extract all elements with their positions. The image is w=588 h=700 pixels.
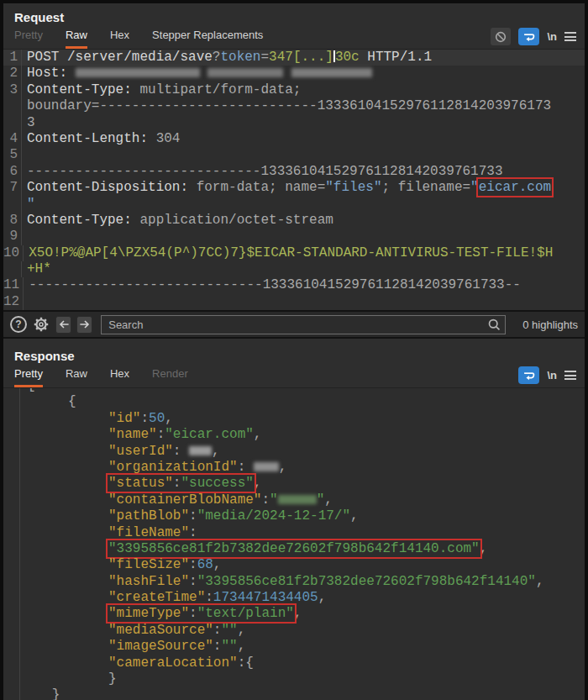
tab-raw[interactable]: Raw bbox=[66, 25, 87, 49]
code-text: "containerBlobName":"", bbox=[20, 492, 333, 508]
code-text: "name":"eicar.com", bbox=[20, 427, 261, 443]
highlight-box: eicar.com bbox=[479, 180, 551, 195]
code-line: "organizationId": , bbox=[3, 460, 585, 476]
code-text: "id":50, bbox=[20, 411, 173, 427]
line-number bbox=[3, 411, 20, 427]
request-panel-title: Request bbox=[3, 3, 585, 27]
help-icon[interactable]: ? bbox=[10, 316, 27, 333]
code-line: "fileName": bbox=[3, 525, 585, 541]
code-line: "cameraLocation":{ bbox=[3, 655, 585, 671]
search-field-wrap bbox=[101, 315, 506, 334]
code-text: POST /server/media/save?token=347[...]30… bbox=[22, 50, 432, 66]
search-settings-gear-icon[interactable] bbox=[32, 315, 50, 334]
line-number: 7 bbox=[3, 180, 22, 196]
line-number: 10 bbox=[3, 245, 24, 261]
response-editor[interactable]: [ { "id":50, "name":"eicar.com", "userId… bbox=[3, 388, 585, 700]
newline-toggle-icon[interactable]: \n bbox=[547, 30, 557, 43]
search-input[interactable] bbox=[101, 315, 506, 334]
tab-hex[interactable]: Hex bbox=[110, 364, 129, 387]
code-text: [ bbox=[20, 388, 36, 394]
line-number bbox=[3, 606, 20, 622]
line-number bbox=[3, 590, 20, 606]
message-editor-window: Request PrettyRawHexStepper Replacements bbox=[0, 0, 588, 700]
editor-menu-icon[interactable] bbox=[564, 371, 576, 380]
code-line: "createTime":1734471434405, bbox=[3, 590, 585, 606]
code-line: boundary=---------------------------1333… bbox=[3, 98, 585, 114]
code-text: -----------------------------13336104152… bbox=[24, 277, 521, 293]
line-number bbox=[3, 394, 20, 410]
code-text: "fileSize":68, bbox=[20, 557, 221, 573]
code-line: "userId": , bbox=[3, 444, 585, 460]
line-number: 3 bbox=[3, 82, 22, 98]
line-number: 11 bbox=[3, 277, 24, 293]
code-line: 9 bbox=[3, 229, 585, 245]
code-text bbox=[22, 229, 27, 245]
code-line: [ bbox=[3, 388, 585, 394]
code-text: Host: bbox=[22, 66, 372, 82]
tab-pretty[interactable]: Pretty bbox=[14, 364, 43, 387]
redacted-text bbox=[207, 68, 283, 77]
highlight-box: "mimeType":"text/plain" bbox=[108, 606, 294, 621]
code-line: "fileSize":68, bbox=[3, 557, 585, 573]
word-wrap-toggle-icon[interactable] bbox=[518, 366, 539, 384]
request-toolbar: \n bbox=[491, 28, 585, 49]
line-number bbox=[3, 492, 20, 508]
tab-raw[interactable]: Raw bbox=[66, 364, 87, 387]
search-magnifier-icon bbox=[487, 318, 501, 335]
line-number bbox=[3, 655, 20, 671]
search-previous-button[interactable] bbox=[55, 316, 71, 334]
line-number: 1 bbox=[3, 50, 22, 66]
redacted-text bbox=[254, 462, 279, 471]
code-text: " bbox=[22, 197, 35, 213]
line-number bbox=[3, 525, 20, 541]
code-text: Content-Type: application/octet-stream bbox=[22, 213, 333, 229]
code-line: 6-----------------------------1333610415… bbox=[3, 164, 585, 180]
word-wrap-toggle-icon[interactable] bbox=[518, 28, 539, 45]
tab-hex[interactable]: Hex bbox=[110, 25, 129, 49]
code-line: 8Content-Type: application/octet-stream bbox=[3, 213, 585, 229]
code-text: Content-Disposition: form-data; name="fi… bbox=[22, 180, 551, 196]
non-printable-toggle-icon[interactable] bbox=[491, 28, 511, 45]
line-number bbox=[3, 444, 20, 460]
code-text: { bbox=[20, 394, 76, 410]
highlights-count: 0 highlights bbox=[522, 318, 578, 331]
code-text bbox=[24, 294, 29, 310]
code-line: 3 bbox=[3, 115, 585, 131]
line-number: 2 bbox=[3, 66, 22, 82]
newline-toggle-icon[interactable]: \n bbox=[547, 369, 557, 382]
line-number bbox=[3, 541, 20, 557]
redacted-text bbox=[291, 68, 372, 77]
tab-stepper-replacements[interactable]: Stepper Replacements bbox=[152, 25, 263, 49]
code-text: boundary=---------------------------1333… bbox=[22, 98, 551, 114]
response-panel: Response PrettyRawHexRender \n [ { "id":… bbox=[3, 339, 585, 700]
code-text: "hashFile":"3395856ce81f2b7382dee72602f7… bbox=[20, 574, 544, 590]
line-number bbox=[3, 557, 20, 573]
code-text: "3395856ce81f2b7382dee72602f798b642f1414… bbox=[20, 541, 487, 557]
request-editor[interactable]: 1POST /server/media/save?token=347[...]3… bbox=[3, 50, 585, 310]
redacted-text bbox=[76, 68, 200, 77]
code-line: "status":"success", bbox=[3, 476, 585, 492]
code-text: "cameraLocation":{ bbox=[20, 655, 254, 671]
search-next-button[interactable] bbox=[76, 316, 92, 334]
request-panel: Request PrettyRawHexStepper Replacements bbox=[3, 3, 585, 310]
search-bar: ? bbox=[3, 310, 585, 339]
tab-pretty: Pretty bbox=[14, 25, 43, 49]
line-number: 4 bbox=[3, 131, 22, 147]
request-tabs: PrettyRawHexStepper Replacements bbox=[3, 25, 491, 49]
line-number bbox=[3, 508, 20, 524]
code-text: } bbox=[20, 687, 60, 700]
line-number bbox=[3, 671, 20, 687]
line-number: 6 bbox=[3, 164, 22, 180]
code-text: } bbox=[20, 671, 117, 687]
response-panel-title: Response bbox=[3, 339, 585, 366]
line-number bbox=[3, 427, 20, 443]
code-text: Content-Length: 304 bbox=[22, 131, 180, 147]
code-line: "3395856ce81f2b7382dee72602f798b642f1414… bbox=[3, 541, 585, 557]
code-text: "imageSource":"", bbox=[20, 639, 245, 655]
code-line: 10X5O!P%@AP[4\PZX54(P^)7CC)7}$EICAR-STAN… bbox=[3, 245, 585, 261]
editor-menu-icon[interactable] bbox=[564, 32, 576, 41]
code-line: "containerBlobName":"", bbox=[3, 492, 585, 508]
code-line: 1POST /server/media/save?token=347[...]3… bbox=[3, 50, 585, 66]
line-number bbox=[3, 623, 20, 639]
code-line: } bbox=[3, 671, 585, 687]
